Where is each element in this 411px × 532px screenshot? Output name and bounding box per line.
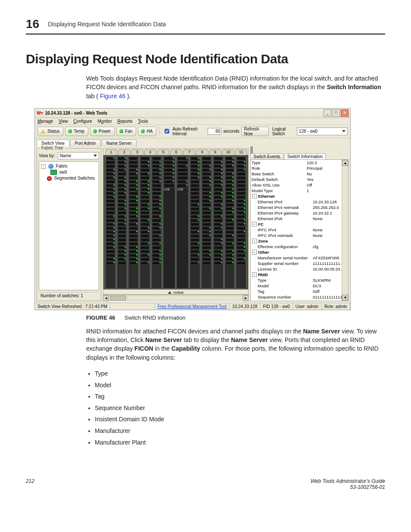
port[interactable] bbox=[106, 157, 115, 160]
port-blade[interactable] bbox=[190, 156, 200, 289]
port[interactable] bbox=[118, 242, 127, 246]
port[interactable] bbox=[237, 250, 246, 253]
port[interactable] bbox=[129, 258, 138, 261]
slot-tab[interactable]: 2 bbox=[118, 149, 130, 155]
port[interactable] bbox=[106, 196, 115, 199]
port[interactable] bbox=[214, 261, 223, 265]
port[interactable] bbox=[225, 207, 234, 211]
port[interactable] bbox=[225, 180, 234, 184]
port[interactable] bbox=[152, 246, 161, 249]
port[interactable] bbox=[225, 234, 234, 238]
port[interactable] bbox=[118, 161, 127, 164]
slot-tab[interactable]: 7 bbox=[183, 149, 195, 155]
port[interactable] bbox=[214, 172, 223, 176]
scroll-down-icon[interactable]: ▾ bbox=[342, 295, 348, 301]
port[interactable] bbox=[177, 157, 188, 160]
port[interactable] bbox=[140, 250, 149, 253]
port[interactable] bbox=[129, 250, 138, 253]
port[interactable] bbox=[237, 165, 246, 168]
port[interactable] bbox=[237, 242, 246, 246]
port[interactable] bbox=[152, 230, 161, 234]
port[interactable] bbox=[225, 250, 234, 253]
port[interactable] bbox=[106, 227, 115, 230]
port[interactable] bbox=[106, 258, 115, 261]
port[interactable] bbox=[237, 238, 246, 242]
port[interactable] bbox=[237, 223, 246, 226]
port[interactable] bbox=[190, 192, 199, 195]
slot-tab[interactable]: 4 bbox=[144, 149, 156, 155]
port[interactable] bbox=[214, 203, 223, 207]
port[interactable] bbox=[237, 172, 246, 176]
port[interactable] bbox=[190, 261, 199, 265]
port[interactable] bbox=[118, 184, 127, 187]
menu-reports[interactable]: Reports bbox=[118, 119, 133, 124]
port[interactable] bbox=[214, 188, 223, 191]
port[interactable] bbox=[177, 165, 188, 168]
port[interactable] bbox=[140, 180, 149, 184]
port[interactable] bbox=[140, 261, 149, 265]
port[interactable] bbox=[140, 258, 149, 261]
port[interactable] bbox=[190, 219, 199, 222]
port[interactable] bbox=[190, 180, 199, 184]
port[interactable] bbox=[106, 172, 115, 176]
port[interactable] bbox=[106, 207, 115, 211]
info-section[interactable]: -FC bbox=[251, 221, 348, 227]
port[interactable] bbox=[202, 207, 211, 211]
port[interactable] bbox=[190, 188, 199, 191]
port[interactable] bbox=[106, 199, 115, 203]
scroll-track[interactable] bbox=[342, 166, 348, 295]
port[interactable] bbox=[202, 172, 211, 176]
port[interactable] bbox=[225, 172, 234, 176]
port[interactable] bbox=[106, 215, 115, 218]
slot-tab[interactable]: 9 bbox=[209, 149, 221, 155]
port[interactable] bbox=[140, 184, 149, 187]
port[interactable] bbox=[129, 242, 138, 246]
port[interactable] bbox=[214, 227, 223, 230]
port[interactable] bbox=[106, 238, 115, 242]
port[interactable] bbox=[225, 203, 234, 207]
port[interactable] bbox=[214, 242, 223, 246]
port[interactable] bbox=[140, 227, 149, 230]
port[interactable] bbox=[118, 203, 127, 207]
port[interactable] bbox=[202, 258, 211, 261]
port[interactable] bbox=[225, 161, 234, 164]
port[interactable] bbox=[237, 168, 246, 172]
close-button[interactable]: ✕ bbox=[341, 109, 349, 117]
port[interactable] bbox=[202, 184, 211, 187]
port[interactable] bbox=[118, 223, 127, 226]
port[interactable] bbox=[237, 215, 246, 218]
port[interactable] bbox=[152, 254, 161, 257]
port[interactable] bbox=[106, 223, 115, 226]
port[interactable] bbox=[140, 230, 149, 234]
port[interactable] bbox=[106, 188, 115, 191]
port[interactable] bbox=[129, 176, 138, 180]
status-button[interactable]: Status bbox=[37, 127, 63, 136]
port[interactable] bbox=[129, 261, 138, 265]
port[interactable] bbox=[177, 176, 188, 180]
port[interactable] bbox=[106, 261, 115, 265]
port[interactable] bbox=[214, 223, 223, 226]
slot-tab[interactable]: 1 bbox=[105, 149, 117, 155]
port[interactable] bbox=[202, 211, 211, 215]
port[interactable] bbox=[118, 230, 127, 234]
port[interactable] bbox=[140, 211, 149, 215]
port[interactable] bbox=[140, 234, 149, 238]
port[interactable] bbox=[225, 246, 234, 249]
port[interactable] bbox=[152, 258, 161, 261]
info-body[interactable]: Type120.3RolePrincipalBase SwitchNoDefau… bbox=[251, 160, 348, 301]
port[interactable] bbox=[177, 180, 188, 184]
port[interactable] bbox=[202, 176, 211, 180]
port[interactable] bbox=[177, 168, 188, 172]
port[interactable] bbox=[129, 227, 138, 230]
tab-switch-events[interactable]: Switch Events bbox=[250, 153, 283, 159]
port[interactable] bbox=[202, 196, 211, 199]
port[interactable] bbox=[214, 196, 223, 199]
port[interactable] bbox=[129, 254, 138, 257]
port[interactable] bbox=[237, 161, 246, 164]
port[interactable] bbox=[214, 219, 223, 222]
port[interactable] bbox=[140, 192, 149, 195]
port[interactable] bbox=[152, 234, 161, 238]
port[interactable] bbox=[202, 157, 211, 160]
slot-tab[interactable]: 5 bbox=[157, 149, 169, 155]
port[interactable] bbox=[202, 219, 211, 222]
